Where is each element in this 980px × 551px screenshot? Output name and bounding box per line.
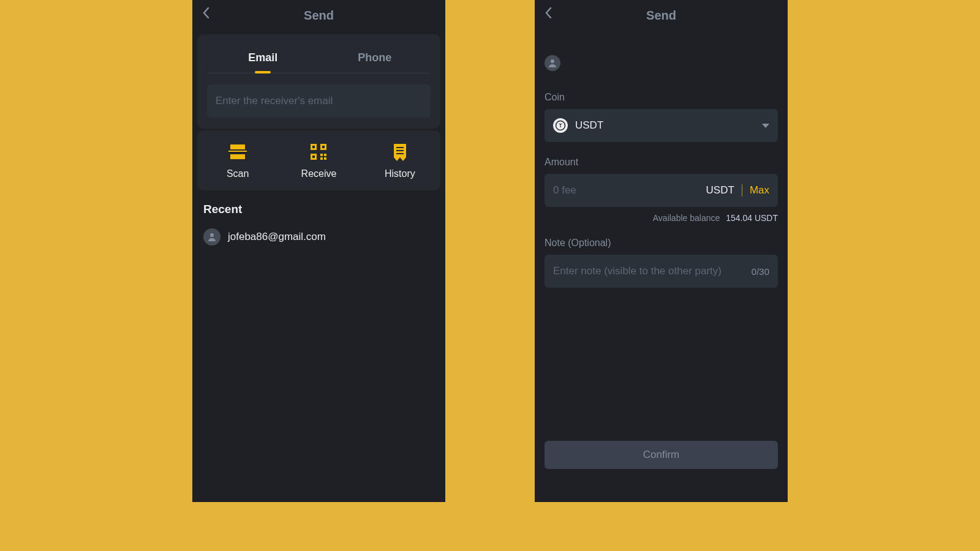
coin-icon: T: [553, 118, 568, 133]
svg-point-19: [210, 233, 214, 237]
action-label: History: [385, 168, 415, 179]
email-field-wrap: [207, 84, 431, 118]
balance-value: 154.04 USDT: [726, 213, 778, 223]
history-icon: [391, 143, 409, 161]
chevron-left-icon: [202, 7, 209, 18]
page-title: Send: [646, 9, 676, 23]
svg-rect-8: [324, 154, 326, 156]
header: Send: [192, 0, 445, 31]
action-history[interactable]: History: [360, 143, 440, 179]
quick-actions: Scan Receive History: [197, 130, 440, 190]
max-button[interactable]: Max: [750, 184, 769, 197]
send-form: Coin T USDT Amount USDT Max Availa: [535, 31, 788, 502]
svg-point-20: [551, 59, 554, 63]
svg-rect-7: [320, 154, 323, 156]
tab-email[interactable]: Email: [207, 43, 319, 73]
qr-icon: [309, 143, 328, 161]
coin-symbol: USDT: [575, 119, 603, 132]
divider: [742, 184, 742, 197]
svg-rect-9: [320, 157, 323, 160]
scan-icon: [228, 143, 247, 161]
screen-send-recipient: Send Email Phone Scan Receive Histo: [192, 0, 445, 502]
avatar: [545, 55, 560, 71]
svg-rect-12: [322, 146, 325, 148]
tab-phone[interactable]: Phone: [319, 43, 431, 73]
tab-label: Phone: [358, 51, 391, 64]
recent-contact[interactable]: jofeba86@gmail.com: [192, 222, 445, 252]
svg-rect-0: [230, 144, 245, 149]
selected-coin: T USDT: [553, 118, 603, 133]
amount-field-wrap: USDT Max: [545, 174, 778, 207]
amount-label: Amount: [545, 157, 778, 168]
action-label: Receive: [301, 168, 337, 179]
back-button[interactable]: [202, 7, 217, 22]
action-receive[interactable]: Receive: [278, 143, 359, 179]
svg-text:T: T: [559, 123, 562, 129]
avatar: [203, 228, 221, 246]
note-field-wrap: 0/30: [545, 255, 778, 288]
amount-unit: USDT: [706, 184, 734, 197]
confirm-button[interactable]: Confirm: [545, 441, 778, 469]
svg-rect-10: [324, 157, 326, 160]
recipient-tabs: Email Phone: [207, 43, 431, 73]
note-input[interactable]: [553, 265, 745, 277]
back-button[interactable]: [545, 7, 559, 22]
recent-contact-email: jofeba86@gmail.com: [228, 231, 326, 243]
person-icon: [207, 232, 217, 242]
recent-title: Recent: [192, 190, 445, 222]
action-label: Scan: [227, 168, 249, 179]
svg-rect-11: [312, 146, 315, 148]
svg-rect-1: [230, 154, 245, 159]
tab-label: Email: [248, 51, 277, 64]
recipient-summary[interactable]: [545, 31, 778, 92]
svg-marker-15: [394, 157, 406, 161]
svg-rect-3: [228, 151, 247, 152]
note-char-counter: 0/30: [752, 266, 769, 277]
email-input[interactable]: [216, 95, 422, 107]
screen-send-amount: Send Coin T USDT Amount USDT: [535, 0, 788, 502]
header: Send: [535, 0, 788, 31]
person-icon: [548, 58, 557, 68]
chevron-down-icon: [762, 124, 769, 128]
chevron-left-icon: [545, 7, 552, 18]
coin-label: Coin: [545, 92, 778, 103]
available-balance: Available balance 154.04 USDT: [545, 213, 778, 223]
page-title: Send: [304, 9, 334, 23]
svg-rect-13: [312, 156, 315, 158]
confirm-label: Confirm: [643, 449, 680, 461]
coin-selector[interactable]: T USDT: [545, 109, 778, 142]
amount-input[interactable]: [553, 184, 706, 197]
note-label: Note (Optional): [545, 238, 778, 249]
action-scan[interactable]: Scan: [197, 143, 278, 179]
recipient-card: Email Phone: [197, 34, 440, 129]
balance-label: Available balance: [653, 213, 720, 223]
